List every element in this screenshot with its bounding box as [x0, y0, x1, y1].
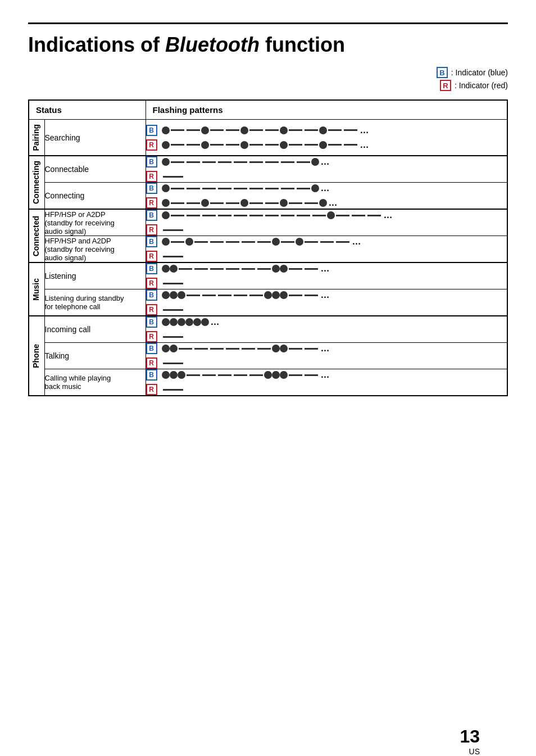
table-row: Music Listening B … — [29, 262, 507, 289]
indicator-blue-desc: : Indicator (blue) — [451, 68, 508, 77]
badge-r: R — [146, 139, 157, 151]
pattern-hfp-and: B … — [146, 236, 507, 263]
main-table: Status Flashing patterns Pairing Searchi… — [28, 99, 508, 396]
pattern-listening-standby: B … R — [146, 289, 507, 316]
table-row: Listening during standbyfor telephone ca… — [29, 289, 507, 316]
col-header-pattern: Flashing patterns — [146, 100, 507, 120]
badge-r: R — [146, 384, 157, 395]
table-row: Talking B … R — [29, 343, 507, 369]
section-connected: Connected — [29, 211, 43, 261]
pattern-connectable: B … R — [146, 156, 507, 183]
flash-seq — [162, 336, 184, 338]
badge-r: R — [146, 224, 157, 236]
badge-r: R — [146, 304, 157, 315]
status-connecting: Connecting — [44, 183, 146, 210]
pattern-calling-music: B … R — [146, 369, 507, 396]
status-incoming: Incoming call — [44, 316, 146, 343]
flash-seq: … — [162, 157, 330, 167]
table-row: Connecting B … — [29, 183, 507, 210]
table-row: Calling while playingback music B … — [29, 369, 507, 396]
badge-b: B — [146, 316, 157, 328]
flash-seq — [162, 176, 184, 178]
flash-seq — [162, 363, 184, 364]
badge-b: B — [146, 343, 157, 354]
table-row: Connecting Connectable B … — [29, 156, 507, 183]
pattern-listening: B … R — [146, 262, 507, 289]
section-connecting: Connecting — [29, 156, 43, 209]
badge-r: R — [146, 171, 157, 182]
page-title: Indications of Bluetooth function — [28, 22, 508, 57]
flash-seq: … — [162, 317, 220, 327]
badge-b: B — [146, 210, 157, 221]
badge-r: R — [146, 197, 157, 209]
indicator-red-box: R — [440, 80, 451, 91]
flash-seq: … — [162, 370, 330, 380]
table-row: HFP/HSP and A2DP(standby for receivingau… — [29, 236, 507, 263]
pattern-incoming: B … R — [146, 316, 507, 343]
pattern-talking: B … R — [146, 343, 507, 369]
flash-seq: … — [162, 198, 338, 208]
flash-seq: … — [162, 125, 369, 135]
pattern-searching: B … R — [146, 120, 507, 156]
flash-seq — [162, 389, 184, 391]
badge-b: B — [146, 236, 157, 247]
pattern-hfp-or: B … R — [146, 209, 507, 236]
table-row: Phone Incoming call B … R — [29, 316, 507, 343]
badge-b: B — [146, 156, 157, 168]
flash-seq — [162, 283, 184, 284]
section-phone: Phone — [29, 339, 43, 373]
flash-seq: … — [162, 264, 330, 274]
flash-seq — [162, 256, 184, 257]
legend-red: R : Indicator (red) — [440, 80, 508, 91]
col-header-status: Status — [29, 100, 146, 120]
legend-blue: B : Indicator (blue) — [437, 67, 508, 78]
badge-r: R — [146, 251, 157, 262]
flash-seq: … — [162, 237, 361, 247]
flash-seq: … — [162, 290, 330, 300]
flash-seq: … — [162, 343, 330, 354]
legend: B : Indicator (blue) R : Indicator (red) — [28, 67, 508, 93]
badge-b: B — [146, 263, 157, 274]
status-calling-music: Calling while playingback music — [44, 369, 146, 396]
status-listening-standby: Listening during standbyfor telephone ca… — [44, 289, 146, 316]
badge-r: R — [146, 278, 157, 289]
badge-b: B — [146, 289, 157, 301]
pattern-connecting: B … R — [146, 183, 507, 210]
badge-r: R — [146, 357, 157, 369]
table-row: Pairing Searching B … — [29, 120, 507, 156]
status-hfp-and: HFP/HSP and A2DP(standby for receivingau… — [44, 236, 146, 263]
flash-seq: … — [162, 210, 393, 220]
status-listening: Listening — [44, 262, 146, 289]
page-number: 13 US — [460, 726, 480, 756]
section-pairing: Pairing — [29, 120, 43, 155]
indicator-red-desc: : Indicator (red) — [455, 81, 508, 90]
badge-r: R — [146, 331, 157, 342]
status-searching: Searching — [44, 120, 146, 156]
badge-b: B — [146, 125, 157, 136]
flash-seq: … — [162, 183, 330, 193]
flash-seq — [162, 229, 184, 231]
indicator-blue-box: B — [437, 67, 448, 78]
table-row: Connected HFP/HSP or A2DP(standby for re… — [29, 209, 507, 236]
status-connectable: Connectable — [44, 156, 146, 183]
flash-seq — [162, 309, 184, 311]
badge-b: B — [146, 183, 157, 194]
status-talking: Talking — [44, 343, 146, 369]
flash-seq: … — [162, 140, 369, 150]
section-music: Music — [29, 274, 43, 305]
badge-b: B — [146, 369, 157, 381]
status-hfp-or: HFP/HSP or A2DP(standby for receivingaud… — [44, 209, 146, 236]
